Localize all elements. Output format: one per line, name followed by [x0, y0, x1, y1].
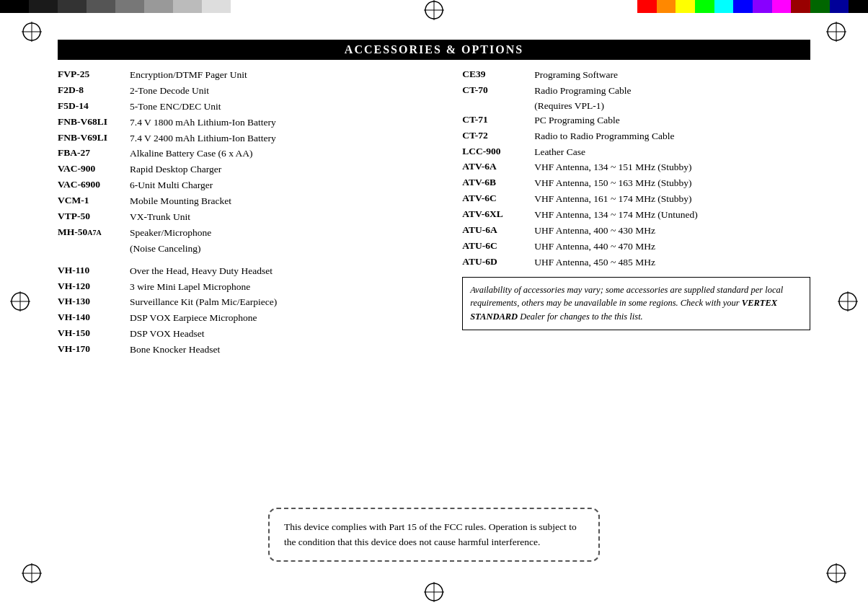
item-code: CE39 [462, 69, 534, 80]
list-item: CT-72 Radio to Radio Programming Cable [462, 130, 810, 143]
content-columns: FVP-25 Encryption/DTMF Pager Unit F2D-8 … [58, 69, 810, 359]
list-item: MH-50A7A Speaker/Microphone [58, 226, 440, 240]
item-desc: 5-Tone ENC/DEC Unit [130, 100, 440, 114]
item-desc: VHF Antenna, 150 ~ 163 MHz (Stubby) [534, 177, 810, 190]
item-desc: 3 wire Mini Lapel Microphone [130, 281, 440, 294]
item-code: VH-120 [58, 281, 130, 292]
left-column: FVP-25 Encryption/DTMF Pager Unit F2D-8 … [58, 69, 440, 359]
reg-mark-bl [22, 563, 42, 583]
item-desc: Speaker/Microphone [130, 226, 440, 240]
item-code: CT-71 [462, 114, 534, 125]
item-code: VH-110 [58, 265, 130, 276]
item-desc: Radio Programing Cable [534, 84, 810, 98]
title-text: ACCESSORIES & OPTIONS [345, 43, 523, 56]
list-item: ATV-6A VHF Antenna, 134 ~ 151 MHz (Stubb… [462, 161, 810, 175]
list-item: VAC-6900 6-Unit Multi Charger [58, 179, 440, 193]
list-item: FNB-V69LI 7.4 V 2400 mAh Lithium-Ion Bat… [58, 132, 440, 146]
list-item: VH-150 DSP VOX Headset [58, 327, 440, 341]
item-desc: Programing Software [534, 69, 810, 82]
item-code: VH-170 [58, 343, 130, 355]
item-code: MH-50A7A [58, 226, 130, 238]
item-code: ATV-6B [462, 177, 534, 188]
item-code: VAC-900 [58, 163, 130, 175]
item-desc: UHF Antenna, 440 ~ 470 MHz [534, 240, 810, 254]
item-desc: Encryption/DTMF Pager Unit [130, 69, 440, 82]
item-desc: UHF Antenna, 400 ~ 430 MHz [534, 224, 810, 238]
item-code: ATU-6D [462, 256, 534, 268]
item-code: ATU-6C [462, 240, 534, 252]
list-item: CT-70 Radio Programing Cable [462, 84, 810, 98]
item-code: ATV-6C [462, 193, 534, 204]
item-desc: DSP VOX Earpiece Microphone [130, 312, 440, 325]
list-item: VH-170 Bone Knocker Headset [58, 343, 440, 357]
list-item: VH-120 3 wire Mini Lapel Microphone [58, 281, 440, 294]
list-item: FNB-V68LI 7.4 V 1800 mAh Lithium-Ion Bat… [58, 116, 440, 130]
list-item: LCC-900 Leather Case [462, 146, 810, 159]
list-item: VH-130 Surveillance Kit (Palm Mic/Earpie… [58, 296, 440, 309]
item-code: ATV-6XL [462, 208, 534, 220]
item-code: ATV-6A [462, 161, 534, 172]
item-code: F5D-14 [58, 100, 130, 112]
reg-mark-tl [22, 22, 42, 42]
main-content: ACCESSORIES & OPTIONS FVP-25 Encryption/… [58, 40, 810, 569]
list-item: CT-71 PC Programing Cable [462, 114, 810, 128]
item-desc: 7.4 V 2400 mAh Lithium-Ion Battery [130, 132, 440, 146]
item-desc: 2-Tone Decode Unit [130, 84, 440, 98]
page-title: ACCESSORIES & OPTIONS [58, 40, 810, 60]
item-code: FNB-V69LI [58, 132, 130, 143]
list-item: ATV-6C VHF Antenna, 161 ~ 174 MHz (Stubb… [462, 193, 810, 206]
notice-box: Availability of accessories may vary; so… [462, 277, 810, 330]
crosshair-right [838, 291, 858, 314]
item-code: VCM-1 [58, 195, 130, 206]
list-item: ATU-6D UHF Antenna, 450 ~ 485 MHz [462, 256, 810, 270]
list-item: VH-140 DSP VOX Earpiece Microphone [58, 312, 440, 325]
item-code-sub: A7A [87, 229, 101, 237]
item-code: CT-72 [462, 130, 534, 141]
list-item: VAC-900 Rapid Desktop Charger [58, 163, 440, 177]
item-desc-continuation: (Noise Canceling) [130, 242, 440, 256]
list-item: ATU-6A UHF Antenna, 400 ~ 430 MHz [462, 224, 810, 238]
item-desc: VHF Antenna, 161 ~ 174 MHz (Stubby) [534, 193, 810, 206]
item-code: VH-130 [58, 296, 130, 307]
item-desc: PC Programing Cable [534, 114, 810, 128]
item-code: FVP-25 [58, 69, 130, 80]
item-code: CT-70 [462, 84, 534, 96]
item-desc: VX-Trunk Unit [130, 211, 440, 224]
crosshair-left [10, 291, 30, 314]
item-desc: UHF Antenna, 450 ~ 485 MHz [534, 256, 810, 270]
crosshair-top [424, 0, 444, 23]
item-desc: Leather Case [534, 146, 810, 159]
list-item: VTP-50 VX-Trunk Unit [58, 211, 440, 224]
item-desc: 7.4 V 1800 mAh Lithium-Ion Battery [130, 116, 440, 130]
list-item: FBA-27 Alkaline Battery Case (6 x AA) [58, 147, 440, 161]
list-item: CE39 Programing Software [462, 69, 810, 82]
item-desc: Surveillance Kit (Palm Mic/Earpiece) [130, 296, 440, 309]
item-desc: DSP VOX Headset [130, 327, 440, 341]
list-item: ATV-6XL VHF Antenna, 134 ~ 174 MHz (Untu… [462, 208, 810, 222]
item-code: F2D-8 [58, 84, 130, 96]
item-desc: Over the Head, Heavy Duty Headset [130, 265, 440, 278]
item-code: VTP-50 [58, 211, 130, 222]
item-desc: Radio to Radio Programming Cable [534, 130, 810, 143]
reg-mark-tr [826, 22, 846, 42]
item-code: ATU-6A [462, 224, 534, 236]
item-desc: 6-Unit Multi Charger [130, 179, 440, 193]
item-desc: Alkaline Battery Case (6 x AA) [130, 147, 440, 161]
list-item: F5D-14 5-Tone ENC/DEC Unit [58, 100, 440, 114]
item-desc-continuation: (Requires VPL-1) [534, 100, 810, 112]
item-code: LCC-900 [462, 146, 534, 157]
item-code: VAC-6900 [58, 179, 130, 190]
list-item: ATV-6B VHF Antenna, 150 ~ 163 MHz (Stubb… [462, 177, 810, 190]
list-item: VCM-1 Mobile Mounting Bracket [58, 195, 440, 208]
fcc-text: This device complies with Part 15 of the… [284, 521, 577, 548]
list-item: ATU-6C UHF Antenna, 440 ~ 470 MHz [462, 240, 810, 254]
list-item: VH-110 Over the Head, Heavy Duty Headset [58, 265, 440, 278]
item-code: FNB-V68LI [58, 116, 130, 128]
fcc-compliance-box: This device complies with Part 15 of the… [268, 508, 600, 562]
item-desc: Mobile Mounting Bracket [130, 195, 440, 208]
item-code: FBA-27 [58, 147, 130, 159]
item-code: VH-150 [58, 327, 130, 339]
list-item: F2D-8 2-Tone Decode Unit [58, 84, 440, 98]
item-desc: Bone Knocker Headset [130, 343, 440, 357]
item-code: VH-140 [58, 312, 130, 323]
